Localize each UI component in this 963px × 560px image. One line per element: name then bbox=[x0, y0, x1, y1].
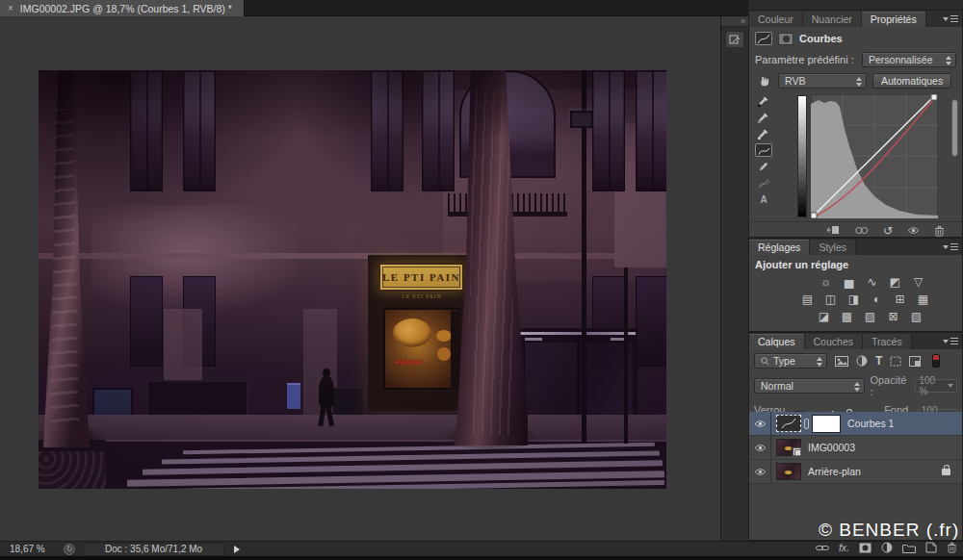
black-point-eyedropper-icon[interactable] bbox=[755, 94, 772, 108]
vibrance-icon[interactable]: ▽ bbox=[909, 274, 927, 289]
opacity-value[interactable]: 100 % bbox=[915, 379, 957, 393]
tab-styles[interactable]: Styles bbox=[810, 240, 856, 255]
gray-point-eyedropper-icon[interactable] bbox=[755, 111, 772, 124]
layer-row-courbes-1[interactable]: Courbes 1 bbox=[749, 412, 962, 436]
layer-mask-thumbnail[interactable] bbox=[812, 415, 841, 433]
photo-bakery-storefront bbox=[368, 255, 478, 411]
mask-link-icon[interactable] bbox=[804, 419, 809, 429]
panel-menu-icon[interactable] bbox=[943, 337, 958, 345]
tab-reglages[interactable]: Réglages bbox=[749, 240, 810, 255]
blend-mode-dropdown[interactable]: Normal bbox=[754, 378, 865, 394]
photo-crosswalk-stripe bbox=[162, 450, 660, 464]
photo-window bbox=[371, 276, 409, 390]
layer-filter-dropdown[interactable]: Type bbox=[754, 353, 827, 369]
smooth-curve-icon[interactable] bbox=[755, 176, 772, 190]
zoom-level-field[interactable]: 18,67 % bbox=[10, 544, 56, 554]
layer-styles-icon[interactable]: fx. bbox=[839, 542, 849, 553]
color-lookup-icon[interactable]: ▦ bbox=[914, 292, 932, 306]
tab-traces[interactable]: Tracés bbox=[863, 334, 912, 349]
add-layer-mask-icon[interactable] bbox=[859, 543, 872, 553]
photo-shop-right bbox=[518, 328, 638, 450]
delete-layer-icon[interactable] bbox=[947, 542, 957, 553]
filter-smart-objects-icon[interactable] bbox=[909, 356, 921, 367]
layer-row-arriere-plan[interactable]: Arrière-plan bbox=[749, 460, 962, 484]
curve-point-tool-icon[interactable] bbox=[755, 143, 772, 157]
auto-button[interactable]: Automatiques bbox=[872, 73, 951, 89]
visibility-eye-icon[interactable] bbox=[749, 436, 771, 460]
toggle-visibility-icon[interactable] bbox=[907, 226, 920, 235]
pencil-tool-icon[interactable] bbox=[755, 160, 772, 173]
expand-dock-chevrons-icon[interactable]: » bbox=[721, 16, 748, 27]
properties-panel-tabs: Couleur Nuancier Propriétés bbox=[749, 11, 962, 27]
status-popup-arrow-icon[interactable] bbox=[234, 546, 240, 553]
visibility-eye-icon[interactable] bbox=[749, 412, 771, 436]
document-canvas[interactable]: LE PTI PAIN LE PTI PAIN PANINI bbox=[39, 70, 666, 489]
photo-tree-trunk-left bbox=[43, 70, 90, 447]
curve-display-options-icon[interactable]: A bbox=[755, 192, 772, 206]
channel-dropdown[interactable]: RVB bbox=[778, 73, 867, 89]
photo-sign-pole bbox=[624, 267, 628, 444]
targeted-adjustment-icon[interactable] bbox=[755, 74, 772, 88]
posterize-icon[interactable]: ▩ bbox=[838, 309, 856, 323]
preset-label: Paramètre prédéfini : bbox=[755, 54, 854, 65]
hue-saturation-icon[interactable]: ▤ bbox=[798, 292, 817, 306]
photo-crosswalk-stripe bbox=[143, 460, 663, 474]
photo-window bbox=[636, 276, 666, 378]
new-layer-icon[interactable] bbox=[925, 542, 937, 553]
black-white-icon[interactable]: ◨ bbox=[845, 292, 863, 306]
panel-menu-icon[interactable] bbox=[943, 14, 958, 23]
tab-couleur[interactable]: Couleur bbox=[749, 12, 803, 27]
tab-couches[interactable]: Couches bbox=[805, 334, 863, 349]
curves-layer-thumbnail[interactable] bbox=[776, 415, 801, 432]
tab-nuancier[interactable]: Nuancier bbox=[803, 12, 862, 27]
photo-lamp-pole bbox=[582, 70, 586, 444]
document-size-info[interactable]: Doc : 35,6 Mo/71,2 Mo bbox=[83, 543, 224, 556]
threshold-icon[interactable]: ▨ bbox=[861, 309, 879, 323]
view-previous-state-icon[interactable] bbox=[854, 226, 869, 235]
filter-adjustment-layers-icon[interactable] bbox=[856, 355, 868, 367]
selective-color-icon[interactable]: ⊠ bbox=[884, 309, 902, 323]
tab-proprietes[interactable]: Propriétés bbox=[862, 12, 926, 27]
document-tab-bar: × IMG00002.JPG @ 18,7% (Courbes 1, RVB/8… bbox=[0, 0, 748, 16]
layer-row-img00003[interactable]: IMG00003 bbox=[749, 436, 962, 460]
smart-object-badge-icon bbox=[793, 447, 801, 456]
white-point-eyedropper-icon[interactable] bbox=[755, 127, 772, 140]
collapsed-panel-icon[interactable] bbox=[725, 31, 744, 48]
sync-status-icon[interactable]: ↻ bbox=[64, 544, 75, 555]
exposure-icon[interactable]: ◩ bbox=[886, 274, 904, 289]
close-tab-icon[interactable]: × bbox=[8, 3, 13, 13]
layer-name[interactable]: Courbes 1 bbox=[847, 418, 894, 429]
filter-pixel-layers-icon[interactable] bbox=[835, 356, 848, 367]
clip-to-layer-icon[interactable] bbox=[826, 225, 840, 236]
delete-adjustment-icon[interactable] bbox=[934, 225, 945, 237]
filter-type-layers-icon[interactable]: T bbox=[875, 354, 882, 368]
gradient-map-icon[interactable]: ▧ bbox=[907, 309, 925, 323]
filter-toggle-switch[interactable] bbox=[932, 354, 940, 368]
reset-adjustment-icon[interactable]: ↺ bbox=[883, 226, 893, 236]
channel-mixer-icon[interactable]: ⊞ bbox=[891, 292, 909, 306]
photo-filter-icon[interactable]: ◐ bbox=[868, 292, 886, 306]
layer-name[interactable]: IMG00003 bbox=[808, 442, 855, 453]
panel-menu-icon[interactable] bbox=[943, 242, 958, 251]
link-layers-icon[interactable] bbox=[816, 544, 829, 552]
filter-shape-layers-icon[interactable] bbox=[890, 356, 901, 367]
photo-window bbox=[130, 70, 163, 191]
color-balance-icon[interactable]: ◫ bbox=[821, 292, 840, 306]
brightness-contrast-icon[interactable]: ☼ bbox=[817, 274, 835, 289]
layer-thumbnail[interactable] bbox=[776, 439, 801, 456]
curves-icon[interactable]: ∿ bbox=[863, 274, 881, 289]
preset-dropdown[interactable]: Personnalisée bbox=[862, 52, 956, 67]
curves-histogram-plot[interactable] bbox=[811, 94, 938, 218]
search-icon bbox=[761, 357, 769, 366]
levels-icon[interactable]: ▅ bbox=[840, 274, 858, 289]
layers-panel-footer: fx. bbox=[816, 542, 957, 553]
layer-thumbnail[interactable] bbox=[776, 463, 801, 480]
visibility-eye-icon[interactable] bbox=[749, 460, 771, 484]
document-tab[interactable]: × IMG00002.JPG @ 18,7% (Courbes 1, RVB/8… bbox=[0, 0, 245, 16]
tab-calques[interactable]: Calques bbox=[749, 334, 805, 349]
new-adjustment-layer-icon[interactable] bbox=[881, 542, 893, 553]
layer-name[interactable]: Arrière-plan bbox=[808, 466, 861, 477]
new-group-icon[interactable] bbox=[902, 543, 916, 553]
properties-scrollbar[interactable] bbox=[951, 99, 958, 157]
invert-icon[interactable]: ◪ bbox=[815, 309, 833, 323]
